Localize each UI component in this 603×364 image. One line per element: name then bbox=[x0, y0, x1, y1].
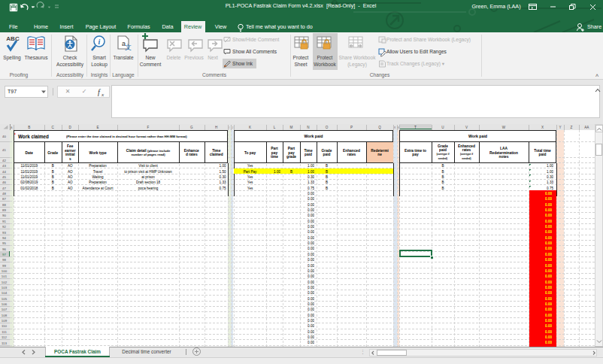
svg-text:i: i bbox=[98, 38, 101, 46]
svg-text:文: 文 bbox=[125, 44, 132, 51]
svg-text:f: f bbox=[98, 88, 101, 96]
svg-text:x: x bbox=[101, 92, 105, 98]
svg-text:ABC: ABC bbox=[6, 35, 20, 42]
